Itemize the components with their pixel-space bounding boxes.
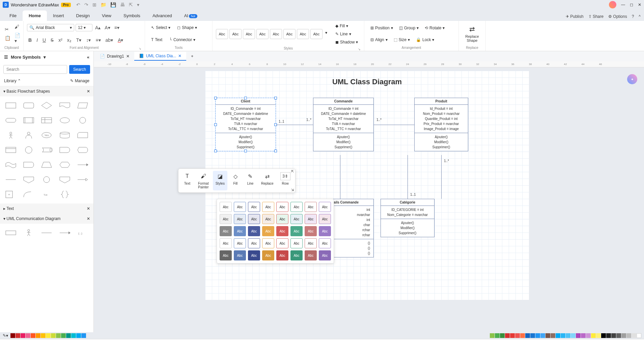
redo-icon[interactable]: ↷ xyxy=(84,2,88,7)
underline-icon[interactable]: U xyxy=(41,36,47,44)
selection-handle[interactable] xyxy=(244,97,247,99)
align-dropdown-icon[interactable]: ≡▾ xyxy=(113,24,121,32)
collapse-panel-icon[interactable]: « xyxy=(87,55,89,60)
style-preset[interactable]: Abc xyxy=(290,238,303,248)
search-button[interactable]: Search xyxy=(69,65,90,74)
menu-view[interactable]: View xyxy=(96,10,117,21)
options-button[interactable]: ⚙ Options xyxy=(608,14,627,19)
float-fill-button[interactable]: ◇Fill xyxy=(229,171,242,190)
uml-class-categorie[interactable]: Catégorie ID_CATEGORIE = intNom_Categori… xyxy=(381,199,435,237)
collapse-ribbon-icon[interactable]: ^ xyxy=(639,14,641,19)
selection-handle[interactable] xyxy=(214,150,217,152)
style-preset[interactable]: Abc xyxy=(276,238,288,248)
search-input[interactable] xyxy=(3,65,67,74)
menu-ai[interactable]: AIhot xyxy=(178,10,203,21)
category-basic-flowchart[interactable]: ▾ Basic Flowchart Shapes ✕ xyxy=(0,86,93,96)
style-preset[interactable]: Abc xyxy=(305,238,317,248)
style-preset[interactable]: Abc xyxy=(262,202,274,212)
fill-dropdown[interactable]: ◆ Fill ▾ xyxy=(333,22,361,30)
shape-terminator[interactable] xyxy=(3,115,18,126)
shape-circle[interactable] xyxy=(76,115,90,126)
style-more-icon[interactable]: ▾ xyxy=(324,29,329,39)
connector[interactable] xyxy=(374,125,414,125)
color-swatch[interactable] xyxy=(31,333,35,338)
paste-icon[interactable]: 📄▾ xyxy=(13,31,22,45)
close-tab-icon[interactable]: ✕ xyxy=(126,54,130,59)
color-swatch[interactable] xyxy=(611,333,616,338)
style-swatch[interactable]: Abc xyxy=(297,29,309,39)
selection-handle[interactable] xyxy=(274,97,277,99)
color-swatch[interactable] xyxy=(540,333,545,338)
style-preset[interactable]: Abc xyxy=(319,238,331,248)
manage-button[interactable]: ✎ Manage xyxy=(70,79,89,83)
close-category-icon[interactable]: ✕ xyxy=(87,206,90,211)
shape-database[interactable] xyxy=(57,129,72,141)
copy-icon[interactable]: 📋 xyxy=(3,34,12,42)
color-swatch[interactable] xyxy=(510,333,515,338)
style-preset[interactable]: Abc xyxy=(290,226,303,236)
undo-icon[interactable]: ↶ xyxy=(76,2,80,7)
color-swatch[interactable] xyxy=(596,333,601,338)
menu-file[interactable]: File xyxy=(3,10,23,21)
menu-insert[interactable]: Insert xyxy=(47,10,70,21)
select-tool[interactable]: ↖ Select ▾ xyxy=(148,24,173,31)
style-preset[interactable]: Abc xyxy=(305,226,317,236)
library-label[interactable]: Library ⌃ xyxy=(4,79,21,83)
color-swatch[interactable] xyxy=(535,333,540,338)
color-swatch[interactable] xyxy=(26,333,30,338)
more-icon[interactable]: ▾ xyxy=(137,2,139,7)
style-preset[interactable]: Abc xyxy=(262,226,274,236)
shape-uml-message[interactable] xyxy=(57,227,72,239)
color-swatch[interactable] xyxy=(500,333,505,338)
float-format-painter-button[interactable]: 🖌Format Painter xyxy=(195,171,212,190)
close-tab-icon[interactable]: ✕ xyxy=(178,54,181,58)
selection-handle[interactable] xyxy=(214,123,217,126)
uml-class-commande[interactable]: Commande ID_Commande = intDATE_Commande … xyxy=(313,98,374,151)
color-swatch[interactable] xyxy=(490,333,495,338)
style-preset[interactable]: Abc xyxy=(220,250,232,260)
close-category-icon[interactable]: ✕ xyxy=(87,216,90,221)
align-dropdown[interactable]: ⊟ Align▾ xyxy=(368,36,390,43)
style-preset[interactable]: Abc xyxy=(248,214,260,224)
shape-uml-actor[interactable] xyxy=(21,227,36,239)
maximize-icon[interactable]: ◻ xyxy=(630,2,633,7)
new-icon[interactable]: ⊞ xyxy=(92,2,96,7)
color-swatch[interactable] xyxy=(76,333,81,338)
menu-design[interactable]: Design xyxy=(70,10,96,21)
shape-predefined[interactable] xyxy=(21,115,36,126)
share-button[interactable]: ⇪ Share xyxy=(588,14,604,19)
color-swatch[interactable] xyxy=(530,333,535,338)
eyedropper-icon[interactable]: ✎▾ xyxy=(3,333,8,338)
color-swatch[interactable] xyxy=(505,333,510,338)
style-preset[interactable]: Abc xyxy=(262,238,274,248)
style-preset[interactable]: Abc xyxy=(220,226,232,236)
decrease-font-icon[interactable]: A▾ xyxy=(103,24,111,32)
save-icon[interactable]: 💾 xyxy=(110,2,116,7)
shape-uml-object[interactable] xyxy=(3,227,18,239)
float-row-button[interactable]: 3 ⇕Row xyxy=(278,171,293,190)
style-preset[interactable]: Abc xyxy=(220,202,232,212)
close-icon[interactable]: ✕ xyxy=(638,2,641,7)
format-painter-icon[interactable]: 🖌 xyxy=(13,23,22,31)
color-swatch[interactable] xyxy=(556,333,560,338)
selection-handle[interactable] xyxy=(274,150,277,152)
lock-dropdown[interactable]: 🔒 Lock▾ xyxy=(413,36,437,43)
size-dropdown[interactable]: ⬚ Size▾ xyxy=(391,36,413,43)
connector[interactable] xyxy=(340,155,340,199)
shape-round-rect[interactable] xyxy=(21,100,36,111)
color-swatch[interactable] xyxy=(81,333,86,338)
style-preset[interactable]: Abc xyxy=(319,202,331,212)
shape-line[interactable] xyxy=(3,174,18,185)
shape-rect[interactable] xyxy=(3,100,18,111)
style-preset[interactable]: Abc xyxy=(234,226,246,236)
style-preset[interactable]: Abc xyxy=(234,202,246,212)
color-swatch[interactable] xyxy=(51,333,56,338)
category-text[interactable]: ▸ Text ✕ xyxy=(0,204,93,214)
color-swatch[interactable] xyxy=(551,333,555,338)
color-swatch[interactable] xyxy=(586,333,591,338)
color-swatch[interactable] xyxy=(637,333,641,338)
shape-delay[interactable] xyxy=(57,144,72,156)
shape-trapezoid[interactable] xyxy=(39,159,54,170)
text-case-icon[interactable]: T▾ xyxy=(75,36,83,44)
publish-button[interactable]: ✈ Publish xyxy=(566,14,584,19)
